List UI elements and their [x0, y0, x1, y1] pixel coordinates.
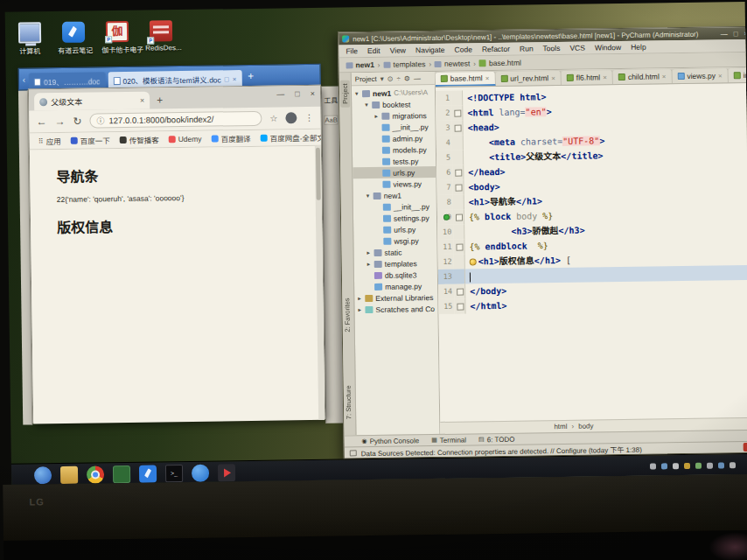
tree-item-admin.py[interactable]: admin.py — [353, 132, 436, 144]
breadcrumb-newtest[interactable]: newtest — [435, 59, 470, 68]
bookmark-item[interactable]: 传智播客 — [120, 134, 159, 145]
tree-item-External-Libraries[interactable]: ▸External Libraries — [354, 291, 437, 304]
bookmark-star-icon[interactable]: ☆ — [269, 114, 277, 123]
editor-tab-child.html[interactable]: child.html× — [613, 69, 673, 84]
taskbar-qq-icon[interactable] — [192, 464, 209, 481]
wps-tab-pin-icon[interactable]: □ — [225, 75, 229, 83]
bookmark-item[interactable]: 百度一下 — [71, 135, 110, 146]
tree-chevron-icon[interactable]: ▸ — [374, 112, 381, 119]
reload-icon[interactable]: ↻ — [73, 115, 81, 127]
event-log-alert-icon[interactable] — [744, 443, 747, 452]
bookmark-item[interactable]: 百度翻译 — [211, 133, 250, 144]
profile-avatar[interactable] — [285, 112, 297, 123]
tree-item-templates[interactable]: ▸templates — [354, 257, 437, 270]
tree-chevron-icon[interactable]: ▾ — [355, 90, 362, 97]
back-icon[interactable]: ← — [36, 116, 46, 128]
desktop-icon-redis[interactable]: PRedisDes... — [145, 20, 178, 53]
tree-item-new1[interactable]: ▾new1 — [353, 189, 436, 201]
notification-icon[interactable] — [350, 450, 357, 456]
desktop-icon-gakataka[interactable]: 伽P伽卡他卡电子 — [101, 21, 134, 54]
gear-icon[interactable]: ⚙ — [404, 74, 410, 82]
pycharm-maximize-button[interactable]: □ — [734, 30, 738, 38]
fold-marker[interactable] — [452, 180, 464, 195]
hide-panel-icon[interactable]: — — [414, 74, 421, 82]
intention-bulb-icon[interactable] — [470, 258, 477, 265]
toolwindow-Python-Console[interactable]: ◉Python Console — [362, 437, 420, 445]
wps-tab-scroll-left-icon[interactable]: ‹ — [23, 74, 25, 84]
wps-tab-close-icon[interactable]: × — [233, 75, 237, 83]
editor-tab-url_rev.html[interactable]: url_rev.html× — [495, 71, 562, 86]
tree-item-Scratches-and-Co[interactable]: ▸Scratches and Co — [354, 303, 437, 315]
editor-tab-views.py[interactable]: views.py× — [672, 68, 728, 83]
stripe-structure-tab[interactable]: 7: Structure — [345, 386, 353, 420]
template-block-mark-icon[interactable] — [443, 214, 450, 220]
fold-marker[interactable] — [453, 240, 464, 255]
new-tab-button[interactable]: + — [157, 94, 163, 106]
fold-marker[interactable] — [453, 210, 464, 225]
tree-chevron-icon[interactable]: ▸ — [367, 260, 374, 267]
editor-tab-base.html[interactable]: base.html× — [436, 72, 496, 87]
browser-maximize-button[interactable]: □ — [295, 89, 300, 98]
tree-item-tests.py[interactable]: tests.py — [353, 155, 436, 167]
editor-tab-index2.html[interactable]: index2.html× — [729, 67, 747, 82]
tree-item-db.sqlite3[interactable]: db.sqlite3 — [354, 269, 437, 281]
tree-item-models.py[interactable]: models.py — [353, 144, 436, 156]
taskbar-screen-icon[interactable] — [113, 465, 130, 482]
site-info-icon[interactable]: ⓘ — [96, 115, 104, 126]
breadcrumb-templates[interactable]: templates — [383, 60, 425, 69]
pycharm-close-button[interactable]: × — [744, 29, 747, 37]
menu-help[interactable]: Help — [631, 43, 646, 52]
taskbar-youdao-icon[interactable] — [139, 465, 157, 482]
tree-item-migrations[interactable]: ▸migrations — [352, 109, 435, 122]
menu-window[interactable]: Window — [595, 43, 621, 52]
menu-file[interactable]: File — [346, 46, 358, 55]
locate-icon[interactable]: ⊙ — [387, 74, 394, 82]
fold-marker[interactable] — [451, 106, 463, 121]
tree-item-settings.py[interactable]: settings.py — [353, 212, 436, 224]
menu-view[interactable]: View — [390, 46, 406, 54]
forward-icon[interactable]: → — [54, 115, 65, 127]
taskbar-player-icon[interactable] — [218, 464, 235, 481]
tree-item-booktest[interactable]: ▾booktest — [352, 98, 435, 110]
editor-tab-close-icon[interactable]: × — [485, 74, 490, 82]
browser-menu-icon[interactable]: ⋮ — [304, 113, 313, 122]
tree-chevron-icon[interactable]: ▸ — [367, 248, 374, 256]
tray-icon[interactable] — [718, 462, 724, 468]
tree-item-urls.py[interactable]: urls.py — [353, 166, 436, 178]
bookmark-item[interactable]: 百度网盘-全部文件 — [260, 132, 320, 144]
editor-breadcrumb-body[interactable]: body — [578, 423, 593, 430]
breadcrumb-base.html[interactable]: base.html — [479, 59, 521, 68]
menu-tools[interactable]: Tools — [543, 44, 561, 52]
editor-breadcrumb-html[interactable]: html — [554, 423, 567, 430]
editor-tab-close-icon[interactable]: × — [603, 74, 607, 81]
tray-icon[interactable] — [730, 462, 736, 468]
taskbar-console-icon[interactable]: >_ — [165, 465, 183, 482]
tree-chevron-icon[interactable]: ▸ — [358, 295, 365, 302]
tree-chevron-icon[interactable]: ▸ — [358, 306, 365, 313]
desktop-icon-youdao[interactable]: 有道云笔记 — [58, 22, 90, 55]
taskbar-explorer-icon[interactable] — [60, 466, 78, 483]
editor-tab-close-icon[interactable]: × — [718, 72, 723, 80]
pycharm-minimize-button[interactable]: — — [721, 30, 728, 38]
menu-refactor[interactable]: Refactor — [482, 45, 510, 53]
tree-chevron-icon[interactable]: ▾ — [365, 102, 372, 108]
tree-item-urls.py[interactable]: urls.py — [353, 223, 436, 235]
menu-code[interactable]: Code — [454, 45, 471, 53]
bookmark-item[interactable]: ⠿应用 — [38, 136, 61, 146]
bookmark-item[interactable]: Udemy — [169, 135, 202, 144]
menu-vcs[interactable]: VCS — [569, 44, 585, 52]
fold-marker[interactable] — [451, 121, 463, 136]
tray-icon[interactable] — [707, 463, 713, 469]
tree-item-wsgi.py[interactable]: wsgi.py — [353, 234, 436, 247]
wps-new-tab-button[interactable]: + — [248, 70, 254, 82]
browser-tab-active[interactable]: 父级文本 × — [34, 92, 150, 111]
tray-icon[interactable] — [661, 463, 667, 469]
editor-tab-fl6.html[interactable]: fl6.html× — [562, 70, 613, 85]
fold-marker[interactable] — [454, 299, 465, 314]
tray-icon[interactable] — [695, 463, 702, 469]
tray-icon[interactable] — [673, 463, 679, 469]
menu-run[interactable]: Run — [520, 44, 534, 52]
fold-marker[interactable] — [452, 165, 464, 180]
browser-close-button[interactable]: × — [311, 89, 315, 98]
project-dropdown-icon[interactable]: ▾ — [380, 74, 384, 82]
